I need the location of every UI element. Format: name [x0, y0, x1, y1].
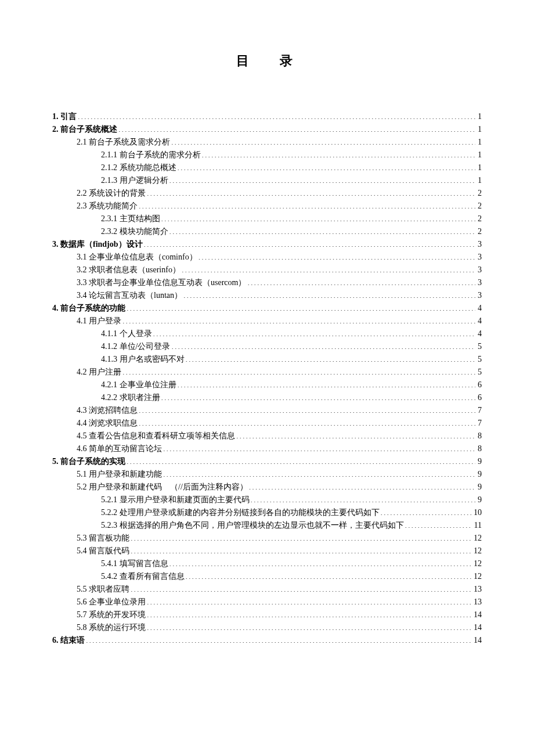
toc-entry[interactable]: 4.3 浏览招聘信息7: [52, 404, 482, 417]
toc-entry-label: 3. 数据库（findjob）设计: [52, 238, 143, 251]
toc-entry-label: 5.2 用户登录和新建代码 （//后面为注释内容）: [77, 481, 248, 494]
toc-entry[interactable]: 5.1 用户登录和新建功能9: [52, 468, 482, 481]
toc-entry-page: 4: [477, 315, 482, 327]
toc-entry-label: 3.3 求职者与企事业单位信息互动表（usercom）: [77, 276, 246, 289]
toc-entry[interactable]: 2.1 前台子系统及需求分析1: [52, 136, 482, 149]
toc-dot-leader: [147, 188, 475, 196]
toc-entry-page: 7: [477, 404, 482, 417]
toc-entry[interactable]: 2.1.3 用户逻辑分析1: [52, 174, 482, 187]
toc-entry[interactable]: 4.5 查看公告信息和查看科研立项等相关信息8: [52, 430, 482, 442]
toc-dot-leader: [78, 111, 475, 119]
toc-entry[interactable]: 5.2.2 处理用户登录或新建的内容并分别链接到各自的功能模块的主要代码如下10: [52, 506, 482, 519]
toc-entry[interactable]: 4.2.2 求职者注册6: [52, 391, 482, 404]
toc-entry[interactable]: 5.6 企事业单位录用13: [52, 596, 482, 609]
toc-entry-page: 1: [477, 149, 482, 161]
toc-entry-label: 4.2.1 企事业单位注册: [101, 379, 176, 391]
toc-entry-page: 9: [477, 494, 482, 506]
toc-dot-leader: [144, 239, 475, 247]
toc-entry[interactable]: 5.5 求职者应聘13: [52, 583, 482, 596]
toc-dot-leader: [171, 341, 475, 349]
toc-dot-leader: [186, 354, 476, 362]
toc-dot-leader: [251, 494, 476, 502]
toc-entry[interactable]: 5.8 系统的运行环境14: [52, 621, 482, 634]
toc-dot-leader: [139, 417, 475, 426]
toc-entry-label: 4.1.1 个人登录: [101, 327, 152, 340]
toc-dot-leader: [171, 136, 475, 145]
toc-entry[interactable]: 4.1.3 用户名或密码不对5: [52, 353, 482, 366]
toc-entry-label: 4.1 用户登录: [77, 315, 121, 327]
toc-entry-page: 14: [472, 634, 482, 647]
toc-dot-leader: [131, 532, 471, 541]
toc-entry[interactable]: 4.1.2 单位/公司登录5: [52, 340, 482, 353]
toc-entry[interactable]: 5.2 用户登录和新建代码 （//后面为注释内容）9: [52, 481, 482, 494]
toc-entry[interactable]: 5.7 系统的开发环境14: [52, 609, 482, 621]
toc-entry-label: 4.4 浏览求职信息: [77, 417, 138, 430]
toc-entry-label: 4.2 用户注册: [77, 366, 121, 379]
toc-entry-label: 4. 前台子系统的功能: [52, 302, 125, 315]
toc-entry-page: 7: [477, 417, 482, 430]
toc-dot-leader: [122, 366, 475, 375]
toc-entry[interactable]: 5. 前台子系统的实现9: [52, 455, 482, 468]
toc-entry-label: 5.4.1 填写留言信息: [101, 557, 168, 570]
toc-entry[interactable]: 2.2 系统设计的背景2: [52, 187, 482, 200]
toc-dot-leader: [178, 162, 476, 170]
toc-entry[interactable]: 5.4.1 填写留言信息12: [52, 557, 482, 570]
toc-entry-label: 6. 结束语: [52, 634, 85, 647]
toc-dot-leader: [381, 507, 472, 515]
toc-entry[interactable]: 2.3.1 主页结构图2: [52, 213, 482, 225]
toc-entry[interactable]: 5.4 留言版代码12: [52, 545, 482, 557]
toc-entry-page: 1: [477, 110, 482, 123]
toc-entry[interactable]: 4.1.1 个人登录4: [52, 327, 482, 340]
toc-entry[interactable]: 5.4.2 查看所有留言信息12: [52, 570, 482, 583]
toc-entry[interactable]: 1. 引言1: [52, 110, 482, 123]
toc-entry-page: 2: [477, 187, 482, 200]
toc-entry-page: 9: [477, 481, 482, 494]
toc-entry-label: 4.2.2 求职者注册: [101, 391, 160, 404]
toc-entry-label: 1. 引言: [52, 110, 77, 123]
toc-dot-leader: [202, 149, 476, 157]
toc-entry[interactable]: 5.2.3 根据选择的用户角色不同，用户管理模块的左边显示也就不一样，主要代码如…: [52, 519, 482, 532]
toc-entry[interactable]: 2.1.1 前台子系统的需求分析1: [52, 149, 482, 161]
toc-entry[interactable]: 4.1 用户登录4: [52, 315, 482, 327]
toc-entry[interactable]: 5.2.1 显示用户登录和新建页面的主要代码9: [52, 494, 482, 506]
toc-entry-label: 5.8 系统的运行环境: [77, 621, 146, 634]
toc-entry[interactable]: 2.3 系统功能简介2: [52, 200, 482, 213]
toc-entry[interactable]: 4.2.1 企事业单位注册6: [52, 379, 482, 391]
toc-dot-leader: [147, 622, 471, 630]
toc-entry-page: 4: [477, 302, 482, 315]
toc-entry[interactable]: 4. 前台子系统的功能4: [52, 302, 482, 315]
toc-entry-label: 5.4 留言版代码: [77, 545, 129, 557]
toc-entry[interactable]: 3.3 求职者与企事业单位信息互动表（usercom）3: [52, 276, 482, 289]
toc-entry-label: 4.1.3 用户名或密码不对: [101, 353, 185, 366]
toc-dot-leader: [161, 213, 476, 221]
toc-entry[interactable]: 6. 结束语14: [52, 634, 482, 647]
toc-entry[interactable]: 3. 数据库（findjob）设计3: [52, 238, 482, 251]
toc-entry-label: 3.4 论坛留言互动表（luntan）: [77, 289, 182, 302]
toc-entry-page: 8: [477, 442, 482, 455]
toc-entry[interactable]: 2.1.2 系统功能总概述1: [52, 161, 482, 174]
toc-entry-page: 1: [477, 174, 482, 187]
toc-entry[interactable]: 4.2 用户注册5: [52, 366, 482, 379]
toc-entry[interactable]: 2.3.2 模块功能简介2: [52, 225, 482, 238]
toc-entry-label: 5.2.1 显示用户登录和新建页面的主要代码: [101, 494, 250, 506]
toc-entry-page: 12: [472, 545, 482, 557]
toc-entry[interactable]: 3.2 求职者信息表（userinfo）3: [52, 264, 482, 276]
toc-entry-page: 4: [477, 327, 482, 340]
toc-dot-leader: [139, 200, 475, 208]
toc-entry-page: 1: [477, 123, 482, 136]
toc-entry-page: 12: [472, 532, 482, 545]
toc-dot-leader: [247, 277, 475, 285]
toc-entry-page: 2: [477, 213, 482, 225]
toc-entry[interactable]: 4.6 简单的互动留言论坛8: [52, 442, 482, 455]
toc-entry[interactable]: 3.1 企事业单位信息表（cominfo）3: [52, 251, 482, 264]
toc-entry[interactable]: 2. 前台子系统概述1: [52, 123, 482, 136]
toc-entry-page: 8: [477, 430, 482, 442]
toc-entry-page: 5: [477, 353, 482, 366]
toc-entry[interactable]: 3.4 论坛留言互动表（luntan）3: [52, 289, 482, 302]
toc-entry-label: 5.2.2 处理用户登录或新建的内容并分别链接到各自的功能模块的主要代码如下: [101, 506, 380, 519]
toc-entry[interactable]: 5.3 留言板功能12: [52, 532, 482, 545]
toc-entry-label: 2.3.1 主页结构图: [101, 213, 160, 225]
toc-entry-label: 5.5 求职者应聘: [77, 583, 129, 596]
toc-entry[interactable]: 4.4 浏览求职信息7: [52, 417, 482, 430]
toc-dot-leader: [131, 545, 471, 553]
